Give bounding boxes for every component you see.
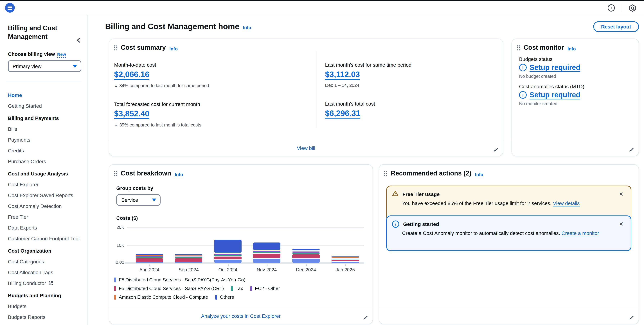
reset-layout-button[interactable]: Reset layout bbox=[593, 21, 639, 32]
legend-item[interactable]: F5 Distributed Cloud Services - SaaS PAY… bbox=[114, 286, 224, 291]
bar-oct-2024[interactable] bbox=[214, 239, 242, 263]
analyze-costs-link[interactable]: Analyze your costs in Cost Explorer bbox=[201, 313, 280, 319]
segment bbox=[253, 252, 280, 253]
legend-item[interactable]: EC2 - Other bbox=[250, 286, 280, 291]
sidebar-item-home[interactable]: Home bbox=[8, 90, 81, 101]
segment bbox=[175, 258, 202, 262]
sidebar-nav: HomeGetting StartedBilling and PaymentsB… bbox=[8, 90, 81, 325]
mtd-value-link[interactable]: $2,066.16 bbox=[114, 70, 150, 79]
down-arrow-icon: ↓ bbox=[114, 83, 118, 88]
segment bbox=[175, 257, 202, 258]
drag-handle-icon[interactable] bbox=[114, 171, 117, 176]
info-circle-icon[interactable]: i bbox=[608, 4, 615, 12]
anomalies-setup-required-link[interactable]: Setup required bbox=[530, 91, 580, 99]
costs-axis-title: Costs ($) bbox=[116, 215, 372, 221]
external-link-icon bbox=[48, 281, 53, 285]
bar-nov-2024[interactable] bbox=[253, 243, 280, 263]
sidebar-item-cost-explorer[interactable]: Cost Explorer bbox=[8, 179, 81, 190]
legend-item[interactable]: Amazon Elastic Compute Cloud - Compute bbox=[114, 294, 208, 300]
bar-aug-2024[interactable] bbox=[136, 254, 163, 263]
alert-title: Getting started bbox=[403, 221, 439, 227]
sidebar-item-free-tier[interactable]: Free Tier bbox=[8, 211, 81, 222]
segment bbox=[292, 254, 320, 258]
segment bbox=[136, 255, 163, 256]
sidebar-item-budgets[interactable]: Budgets bbox=[8, 301, 81, 312]
assistant-icon[interactable] bbox=[629, 4, 636, 12]
segment bbox=[136, 257, 163, 258]
legend-item[interactable]: F5 Distributed Cloud Services - SaaS PAY… bbox=[114, 277, 245, 282]
sidebar-item-budgets-and-planning: Budgets and Planning bbox=[8, 290, 81, 301]
top-navigation-bar: i bbox=[0, 1, 644, 15]
sidebar-item-payments[interactable]: Payments bbox=[8, 134, 81, 145]
cost-breakdown-info-link[interactable]: Info bbox=[175, 172, 183, 177]
sidebar-item-cost-organization: Cost Organization bbox=[8, 245, 81, 256]
sidebar-item-cost-categories[interactable]: Cost Categories bbox=[8, 256, 81, 267]
sidebar-item-customer-carbon-footprint-tool[interactable]: Customer Carbon Footprint Tool bbox=[8, 233, 81, 244]
page-info-link[interactable]: Info bbox=[243, 25, 251, 30]
sidebar-item-pricing-calculator-preview[interactable]: Pricing Calculator (Preview)New bbox=[8, 322, 81, 325]
segment bbox=[292, 252, 320, 252]
alert-action-link[interactable]: View details bbox=[553, 200, 580, 206]
sidebar-item-data-exports[interactable]: Data Exports bbox=[8, 222, 81, 233]
segment bbox=[332, 258, 359, 258]
cost-monitor-info-link[interactable]: Info bbox=[568, 46, 576, 51]
drag-handle-icon[interactable] bbox=[384, 171, 387, 176]
close-icon[interactable]: ✕ bbox=[617, 220, 626, 228]
close-icon[interactable]: ✕ bbox=[617, 191, 626, 198]
topbar-utilities: i bbox=[608, 1, 644, 15]
info-circle-icon: i bbox=[392, 220, 399, 228]
collapse-sidebar-icon[interactable] bbox=[76, 38, 81, 44]
cost-breakdown-title: Cost breakdown bbox=[121, 170, 171, 177]
bar-sep-2024[interactable] bbox=[175, 254, 202, 263]
main-content: Billing and Cost Management home Info Re… bbox=[88, 15, 644, 325]
last-total-value-link[interactable]: $6,296.31 bbox=[325, 109, 360, 118]
sidebar-item-credits[interactable]: Credits bbox=[8, 145, 81, 156]
sidebar-item-billing-conductor[interactable]: Billing Conductor bbox=[8, 278, 81, 289]
drag-handle-icon[interactable] bbox=[114, 45, 117, 50]
sidebar-item-budgets-reports[interactable]: Budgets Reports bbox=[8, 312, 81, 322]
resize-handle-icon[interactable] bbox=[630, 315, 634, 319]
segment bbox=[332, 260, 359, 261]
segment bbox=[292, 249, 320, 250]
forecast-value-link[interactable]: $3,852.40 bbox=[114, 109, 150, 119]
last-same-period-value-link[interactable]: $3,112.03 bbox=[325, 70, 360, 79]
drag-handle-icon[interactable] bbox=[517, 45, 520, 50]
page-header: Billing and Cost Management home Info Re… bbox=[105, 21, 639, 32]
new-badge[interactable]: New bbox=[57, 52, 66, 58]
resize-handle-icon[interactable] bbox=[630, 147, 634, 152]
billing-view-select[interactable]: Primary view bbox=[8, 60, 81, 72]
legend-swatch-icon bbox=[215, 294, 217, 299]
resize-handle-icon[interactable] bbox=[494, 147, 498, 152]
alert-action-link[interactable]: Create a monitor bbox=[562, 230, 599, 236]
segment bbox=[214, 253, 242, 253]
x-tick bbox=[267, 264, 267, 266]
segment bbox=[253, 251, 280, 252]
sidebar-item-cost-anomaly-detection[interactable]: Cost Anomaly Detection bbox=[8, 201, 81, 211]
sidebar-item-bills[interactable]: Bills bbox=[8, 124, 81, 134]
resize-handle-icon[interactable] bbox=[364, 315, 368, 319]
budgets-setup-required-link[interactable]: Setup required bbox=[530, 63, 580, 72]
legend-item[interactable]: Others bbox=[215, 294, 234, 300]
sidebar-item-cost-explorer-saved-reports[interactable]: Cost Explorer Saved Reports bbox=[8, 190, 81, 201]
billing-view-label: Choose billing viewNew bbox=[8, 51, 81, 57]
group-by-select[interactable]: Service bbox=[116, 194, 160, 206]
gridline-10K bbox=[127, 245, 364, 246]
info-circle-icon: i bbox=[519, 64, 527, 71]
legend-swatch-icon bbox=[231, 286, 233, 291]
cost-summary-info-link[interactable]: Info bbox=[169, 46, 178, 51]
x-tick bbox=[189, 264, 189, 266]
recommended-actions-info-link[interactable]: Info bbox=[475, 172, 483, 177]
segment bbox=[214, 254, 242, 254]
sidebar-item-purchase-orders[interactable]: Purchase Orders bbox=[8, 156, 81, 167]
sidebar-item-cost-allocation-tags[interactable]: Cost Allocation Tags bbox=[8, 267, 81, 278]
metric-mtd: Month-to-date cost $2,066.16 ↓34% compar… bbox=[114, 62, 308, 88]
segment bbox=[332, 259, 359, 259]
bar-dec-2024[interactable] bbox=[292, 249, 320, 263]
menu-icon[interactable] bbox=[5, 3, 15, 13]
legend-item[interactable]: Tax bbox=[231, 286, 243, 291]
view-bill-link[interactable]: View bill bbox=[297, 145, 315, 151]
bar-jan-2025[interactable] bbox=[332, 256, 359, 263]
segment bbox=[175, 262, 202, 263]
segment bbox=[136, 258, 163, 262]
sidebar-item-getting-started[interactable]: Getting Started bbox=[8, 101, 81, 111]
